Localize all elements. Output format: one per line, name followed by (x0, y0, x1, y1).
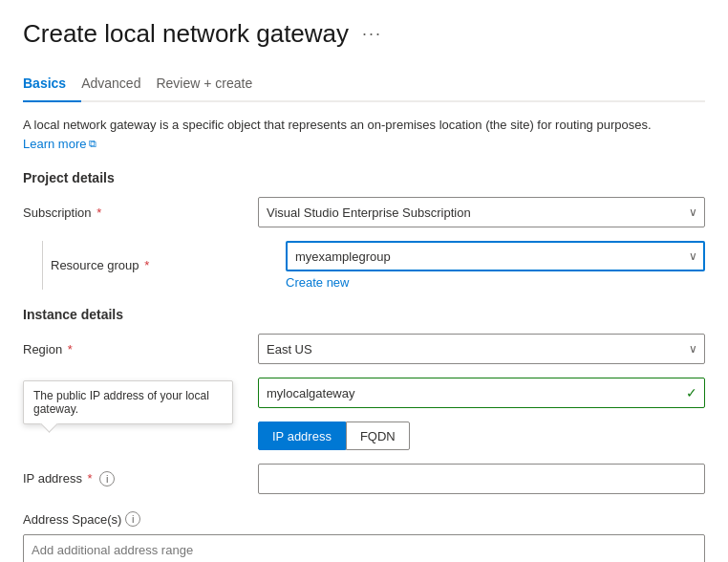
name-control: ✓ (258, 378, 705, 408)
ip-address-input[interactable] (258, 464, 705, 494)
tab-advanced[interactable]: Advanced (81, 68, 156, 102)
subscription-control: Visual Studio Enterprise Subscription ∨ (258, 197, 705, 227)
ellipsis-button[interactable]: ··· (358, 22, 386, 46)
ip-address-required-indicator: * (88, 471, 93, 486)
subscription-row: Subscription * Visual Studio Enterprise … (23, 197, 705, 227)
region-required-indicator: * (68, 342, 73, 357)
page-title-row: Create local network gateway ··· (23, 19, 705, 49)
tabs-container: Basics Advanced Review + create (23, 68, 705, 102)
tab-basics[interactable]: Basics (23, 68, 81, 102)
resource-group-row: Resource group * myexamplegroup ∨ Create… (42, 241, 705, 290)
address-space-info-icon[interactable]: i (125, 511, 140, 527)
external-link-icon: ⧉ (89, 136, 96, 152)
tooltip-box: The public IP address of your local gate… (23, 380, 233, 424)
ip-address-label: IP address * i (23, 471, 243, 487)
subscription-select[interactable]: Visual Studio Enterprise Subscription (258, 197, 705, 227)
resource-group-select[interactable]: myexamplegroup (286, 241, 705, 271)
ip-address-control (258, 464, 705, 494)
resource-group-label: Resource group * (51, 258, 270, 272)
region-label: Region * (23, 342, 243, 357)
subscription-required-indicator: * (96, 205, 101, 220)
project-details-title: Project details (23, 170, 705, 185)
resource-group-required-indicator: * (144, 258, 149, 272)
address-space-label-row: Address Space(s) i (23, 511, 705, 527)
address-space-input[interactable] (23, 534, 705, 562)
resource-group-select-wrapper: myexamplegroup ∨ (286, 241, 705, 271)
create-new-link[interactable]: Create new (286, 275, 705, 290)
subscription-select-wrapper: Visual Studio Enterprise Subscription ∨ (258, 197, 705, 227)
ip-address-info-icon[interactable]: i (99, 471, 115, 486)
endpoint-toggle-group: IP address FQDN (258, 422, 705, 450)
instance-details-title: Instance details (23, 307, 705, 322)
description-text: A local network gateway is a specific ob… (23, 116, 705, 153)
address-space-label: Address Space(s) (23, 512, 121, 527)
endpoint-type-row: The public IP address of your local gate… (23, 422, 705, 450)
name-input[interactable] (258, 378, 705, 408)
subscription-label: Subscription * (23, 205, 243, 220)
tab-review-create[interactable]: Review + create (156, 68, 268, 102)
fqdn-toggle[interactable]: FQDN (346, 422, 410, 450)
ip-address-toggle[interactable]: IP address (258, 422, 346, 450)
name-input-wrapper: ✓ (258, 378, 705, 408)
endpoint-type-control: IP address FQDN (258, 422, 705, 450)
region-select-wrapper: East US ∨ (258, 334, 705, 364)
name-valid-icon: ✓ (686, 385, 697, 400)
learn-more-link[interactable]: Learn more ⧉ (23, 135, 96, 154)
resource-group-control: myexamplegroup ∨ Create new (286, 241, 705, 290)
region-row: Region * East US ∨ (23, 334, 705, 364)
address-space-section: Address Space(s) i (23, 511, 705, 562)
ip-address-row: IP address * i (23, 464, 705, 494)
region-control: East US ∨ (258, 334, 705, 364)
region-select[interactable]: East US (258, 334, 705, 364)
page-title: Create local network gateway (23, 19, 349, 49)
